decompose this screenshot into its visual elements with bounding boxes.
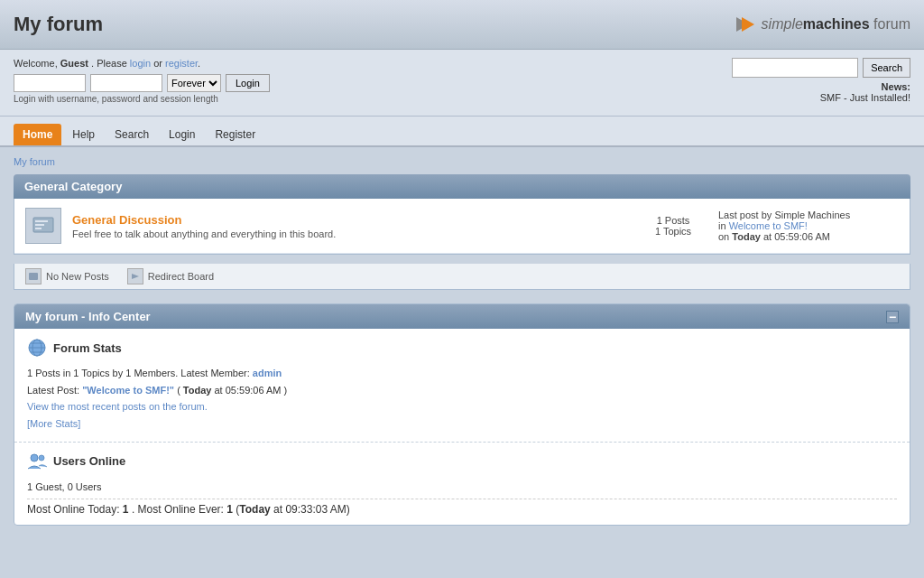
welcome-label: Welcome,: [14, 58, 58, 69]
redirect-board-legend-icon: [127, 268, 143, 284]
last-post-today: Today: [732, 231, 761, 242]
or-text: or: [153, 58, 162, 69]
svg-rect-3: [35, 220, 48, 222]
nav-item-register[interactable]: Register: [206, 124, 264, 145]
legend-no-new-posts: No New Posts: [25, 268, 109, 284]
info-center-title: My forum - Info Center: [25, 310, 151, 323]
logo-machines: machines: [803, 16, 870, 32]
board-container: General Discussion Feel free to talk abo…: [14, 199, 910, 255]
nav-item-login[interactable]: Login: [160, 124, 204, 145]
news-text: SMF - Just Installed!: [820, 92, 910, 103]
users-online-title: Users Online: [27, 452, 897, 471]
welcome-row: Welcome, Guest . Please login or registe…: [14, 57, 910, 104]
board-row: General Discussion Feel free to talk abo…: [14, 199, 910, 254]
collapse-button[interactable]: −: [886, 311, 899, 323]
username-input[interactable]: [14, 74, 86, 92]
svg-marker-1: [742, 17, 754, 32]
register-link[interactable]: register: [165, 58, 198, 69]
users-icon: [27, 452, 47, 471]
latest-post-label: Latest Post:: [27, 385, 79, 396]
last-post-in: in: [718, 220, 726, 231]
smf-logo: simplemachines forum: [736, 16, 910, 33]
welcome-area: Welcome, Guest . Please login or registe…: [14, 57, 270, 104]
most-online-ever-label: . Most Online Ever:: [132, 503, 224, 516]
most-online-today-count: 1: [123, 503, 129, 516]
stats-text: 1 Posts in 1 Topics by 1 Members. Latest…: [27, 368, 250, 378]
forum-stats-line4: [More Stats]: [27, 415, 897, 433]
board-stats: 1 Posts 1 Topics: [628, 215, 718, 237]
recent-posts-link[interactable]: View the most recent posts on the forum.: [27, 401, 208, 412]
last-post-by: by Simple Machines: [762, 210, 850, 220]
paren-open: (: [177, 385, 180, 396]
svg-point-14: [39, 455, 44, 461]
most-online-today: Today: [239, 503, 270, 516]
category-header: General Category: [14, 174, 910, 199]
guest-label: Guest: [60, 58, 88, 69]
most-online-row: Most Online Today: 1 . Most Online Ever:…: [27, 499, 897, 516]
board-lastpost: Last post by Simple Machines in Welcome …: [718, 210, 899, 242]
forum-stats-label: Forum Stats: [53, 341, 122, 355]
svg-rect-4: [35, 224, 44, 226]
board-title[interactable]: General Discussion: [72, 213, 181, 227]
login-button[interactable]: Login: [226, 74, 270, 92]
most-online-time: at 09:33:03 AM): [273, 503, 350, 516]
login-hint: Login with username, password and sessio…: [14, 94, 270, 104]
nav: Home Help Search Login Register: [0, 117, 924, 147]
legend-row: No New Posts Redirect Board: [14, 264, 910, 290]
legend-redirect-board: Redirect Board: [127, 268, 214, 284]
welcome-text: Welcome, Guest . Please login or registe…: [14, 58, 200, 69]
redirect-board-label: Redirect Board: [148, 271, 214, 282]
svg-point-13: [31, 454, 38, 461]
logo-simple: simple: [762, 16, 803, 32]
svg-marker-7: [132, 274, 139, 279]
nav-item-search[interactable]: Search: [106, 124, 158, 145]
forum-stats-line2: Latest Post: "Welcome to SMF!" ( Today a…: [27, 382, 897, 399]
login-link[interactable]: login: [130, 58, 151, 69]
please-text: . Please: [91, 58, 127, 69]
users-online-section: Users Online 1 Guest, 0 Users Most Onlin…: [14, 443, 910, 526]
password-input[interactable]: [90, 74, 162, 92]
forum-stats-title: Forum Stats: [27, 338, 897, 358]
forum-title: My forum: [14, 13, 103, 36]
latest-post-title-link[interactable]: "Welcome to SMF!": [82, 385, 174, 396]
info-center-header: My forum - Info Center −: [14, 304, 910, 329]
forum-stats-section: Forum Stats 1 Posts in 1 Topics by 1 Mem…: [14, 329, 910, 443]
login-bar: Welcome, Guest . Please login or registe…: [0, 50, 924, 117]
latest-post-today: Today: [183, 385, 212, 396]
session-select[interactable]: Forever: [167, 74, 221, 92]
forum-stats-line1: 1 Posts in 1 Topics by 1 Members. Latest…: [27, 365, 897, 382]
search-button[interactable]: Search: [863, 58, 910, 78]
logo-forum: forum: [870, 16, 910, 32]
board-icon: [25, 208, 61, 244]
smf-logo-text: simplemachines forum: [762, 16, 910, 33]
latest-post-time: at 05:59:06 AM ): [215, 385, 288, 396]
search-input[interactable]: [732, 58, 858, 78]
last-post-label: Last post: [718, 210, 759, 220]
nav-item-help[interactable]: Help: [63, 124, 104, 145]
collapse-icon: −: [889, 311, 896, 323]
last-post-on: on: [718, 231, 729, 242]
info-center: My forum - Info Center − Forum Stats 1 P…: [14, 303, 910, 526]
most-online-today-label: Most Online Today:: [27, 503, 120, 516]
header: My forum simplemachines forum: [0, 0, 924, 50]
news-label: News:: [882, 81, 910, 92]
posts-count: 1 Posts: [642, 215, 705, 226]
breadcrumb-link[interactable]: My forum: [14, 156, 55, 167]
users-online-label: Users Online: [53, 454, 125, 468]
category-section: General Category General Discussion Feel…: [14, 174, 910, 290]
topics-count: 1 Topics: [642, 226, 705, 237]
last-post-thread[interactable]: Welcome to SMF!: [729, 220, 808, 231]
smf-logo-arrow-icon: [736, 17, 754, 32]
breadcrumb: My forum: [14, 156, 910, 167]
board-description: Feel free to talk about anything and eve…: [72, 228, 628, 239]
no-new-posts-icon: [31, 213, 56, 238]
content: My forum General Category General Discus…: [0, 147, 924, 535]
more-stats-link[interactable]: [More Stats]: [27, 418, 80, 429]
latest-member-link[interactable]: admin: [253, 368, 282, 378]
search-news-area: Search News: SMF - Just Installed!: [732, 58, 910, 103]
nav-item-home[interactable]: Home: [14, 124, 61, 145]
forum-stats-line3: View the most recent posts on the forum.: [27, 398, 897, 415]
globe-icon: [27, 338, 47, 358]
no-new-posts-label: No New Posts: [46, 271, 109, 282]
login-form: Forever Login: [14, 74, 270, 92]
